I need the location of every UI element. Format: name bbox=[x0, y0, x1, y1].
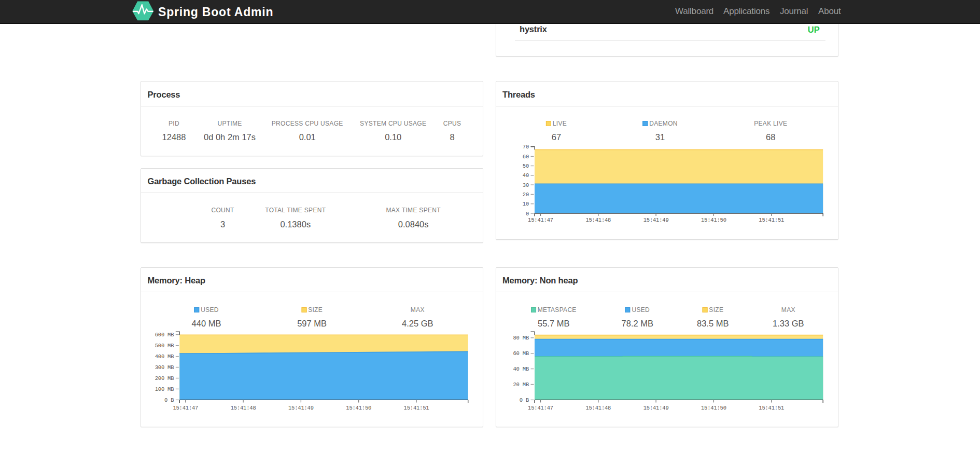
svg-text:60 MB: 60 MB bbox=[513, 350, 529, 357]
svg-text:0 B: 0 B bbox=[520, 397, 529, 403]
svg-text:70: 70 bbox=[523, 144, 529, 150]
svg-text:15:41:51: 15:41:51 bbox=[404, 405, 429, 411]
svg-text:15:41:50: 15:41:50 bbox=[701, 405, 726, 411]
svg-text:15:41:50: 15:41:50 bbox=[346, 405, 371, 411]
svg-text:20: 20 bbox=[523, 192, 529, 198]
svg-text:300 MB: 300 MB bbox=[155, 364, 174, 371]
svg-text:40: 40 bbox=[523, 172, 529, 179]
svg-text:15:41:49: 15:41:49 bbox=[288, 405, 314, 411]
svg-text:15:41:51: 15:41:51 bbox=[759, 405, 784, 411]
svg-text:15:41:51: 15:41:51 bbox=[759, 217, 784, 223]
svg-text:10: 10 bbox=[523, 201, 529, 207]
svg-text:15:41:48: 15:41:48 bbox=[585, 405, 611, 411]
svg-text:15:41:48: 15:41:48 bbox=[231, 405, 256, 411]
svg-text:30: 30 bbox=[523, 182, 529, 188]
svg-text:15:41:48: 15:41:48 bbox=[585, 217, 611, 223]
svg-text:60: 60 bbox=[523, 154, 529, 160]
svg-text:50: 50 bbox=[523, 163, 529, 169]
svg-text:200 MB: 200 MB bbox=[155, 375, 174, 382]
svg-text:80 MB: 80 MB bbox=[513, 335, 529, 341]
svg-text:400 MB: 400 MB bbox=[155, 353, 174, 360]
svg-text:15:41:50: 15:41:50 bbox=[701, 217, 726, 223]
svg-text:15:41:47: 15:41:47 bbox=[528, 405, 553, 411]
svg-text:15:41:49: 15:41:49 bbox=[643, 217, 669, 223]
svg-text:40 MB: 40 MB bbox=[513, 366, 529, 372]
svg-text:600 MB: 600 MB bbox=[155, 332, 174, 338]
svg-text:0 B: 0 B bbox=[164, 397, 174, 403]
svg-text:15:41:49: 15:41:49 bbox=[643, 405, 669, 411]
svg-text:0: 0 bbox=[526, 211, 529, 217]
svg-text:15:41:47: 15:41:47 bbox=[528, 217, 553, 223]
svg-text:100 MB: 100 MB bbox=[155, 386, 174, 392]
svg-text:500 MB: 500 MB bbox=[155, 343, 174, 349]
svg-text:15:41:47: 15:41:47 bbox=[173, 405, 198, 411]
svg-text:20 MB: 20 MB bbox=[513, 382, 529, 388]
